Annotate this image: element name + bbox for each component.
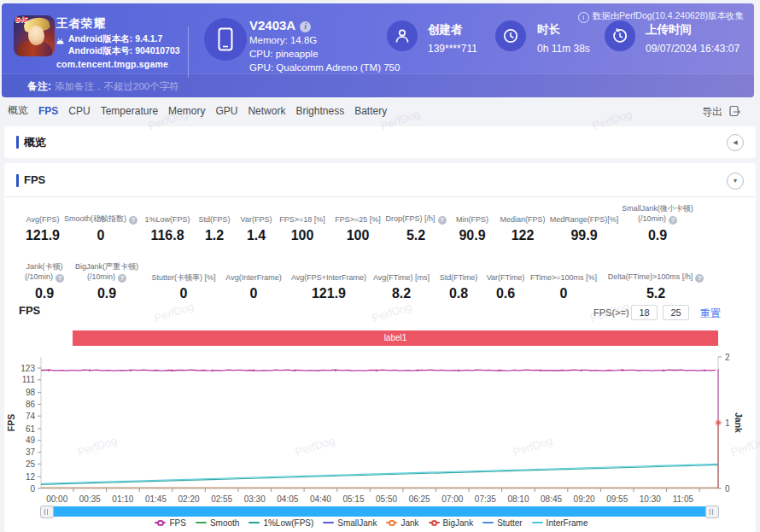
creator-value: 139****711 — [428, 43, 477, 55]
fps-chart-title: FPS — [19, 304, 40, 317]
fps-threshold-input-2[interactable] — [663, 305, 689, 320]
overview-title-bar — [16, 136, 19, 149]
tab-Battery[interactable]: Battery — [354, 105, 387, 117]
legend-line-icon — [155, 517, 166, 528]
legend-InterFrame[interactable]: InterFrame — [532, 517, 588, 528]
tab-GPU[interactable]: GPU — [215, 105, 237, 117]
svg-text:05:15: 05:15 — [342, 494, 364, 504]
legend-1%Low(FPS)[interactable]: 1%Low(FPS) — [248, 517, 313, 528]
svg-text:25: 25 — [26, 459, 36, 469]
tab-Memory[interactable]: Memory — [168, 105, 205, 117]
svg-text:123: 123 — [20, 364, 35, 373]
fps-section: FPS ▼ Avg(FPS)121.9Smooth(稳帧指数)?01%Low(F… — [4, 163, 756, 532]
upload-time-label: 上传时间 — [646, 22, 692, 38]
tab-Network[interactable]: Network — [248, 105, 285, 117]
device-cpu: CPU: pineapple — [249, 49, 319, 59]
svg-text:01:45: 01:45 — [145, 494, 167, 504]
game-app-icon: 5√5 — [14, 15, 55, 56]
stats-row-2: Jank(卡顿)(/10min)?0.9BigJank(严重卡顿)(/10min… — [4, 259, 756, 308]
collect-info: i数据由PerfDog(10.4.240628)版本收集 — [578, 10, 744, 23]
svg-text:02:20: 02:20 — [178, 494, 200, 504]
overview-title: 概览 — [24, 135, 46, 150]
legend-FPS[interactable]: FPS — [155, 517, 185, 528]
svg-text:08:45: 08:45 — [541, 494, 562, 504]
info-icon: i — [578, 12, 589, 23]
stat-value: 0.9 — [593, 228, 722, 243]
fps-threshold-input-1[interactable] — [631, 305, 658, 320]
creator-label: 创建者 — [428, 22, 463, 38]
svg-text:11:05: 11:05 — [673, 494, 694, 504]
overview-section: 概览 ◀ — [4, 126, 756, 158]
svg-text:00:35: 00:35 — [79, 494, 101, 504]
tab-FPS[interactable]: FPS — [38, 105, 58, 117]
note-label: 备注: — [27, 79, 51, 94]
android-icon — [56, 38, 65, 47]
overview-collapse-button[interactable]: ◀ — [727, 134, 744, 151]
device-info-icon[interactable]: i — [300, 21, 311, 32]
note-bar[interactable]: 备注: 添加备注，不超过200个字符 — [2, 73, 754, 97]
legend-line-icon — [248, 517, 260, 528]
svg-text:09:20: 09:20 — [574, 494, 595, 504]
svg-text:00:00: 00:00 — [46, 494, 67, 504]
svg-text:12: 12 — [26, 472, 36, 482]
svg-text:03:30: 03:30 — [244, 494, 266, 504]
legend-line-icon — [429, 517, 440, 528]
svg-text:0: 0 — [725, 484, 730, 494]
svg-text:08:10: 08:10 — [507, 494, 529, 504]
game-title: 王者荣耀 — [56, 16, 106, 32]
export-button[interactable]: 导出 — [702, 105, 722, 120]
chart-label-band: label1 — [73, 330, 718, 346]
tab-CPU[interactable]: CPU — [68, 105, 90, 117]
duration-icon — [495, 20, 526, 51]
svg-text:04:40: 04:40 — [310, 494, 331, 504]
fps-collapse-button[interactable]: ▼ — [727, 172, 744, 190]
legend-line-icon — [196, 517, 207, 528]
chart-legend: FPSSmooth1%Low(FPS)SmallJankJankBigJankS… — [4, 516, 739, 529]
device-model: V2403Ai — [249, 18, 311, 32]
svg-text:1: 1 — [725, 418, 730, 428]
svg-text:74: 74 — [26, 412, 36, 421]
reset-link[interactable]: 重置 — [700, 307, 721, 321]
game-badge: 5√5 — [15, 15, 26, 24]
android-version-name: Android版本名: 9.4.1.7 — [68, 33, 162, 45]
help-icon[interactable]: ? — [669, 216, 677, 225]
help-icon[interactable]: ? — [695, 274, 704, 283]
legend-SmallJank[interactable]: SmallJank — [323, 517, 377, 528]
svg-text:07:35: 07:35 — [475, 494, 496, 504]
android-version-code: Android版本号: 904010703 — [68, 45, 180, 57]
stat-SmallJank(微小卡顿): SmallJank(微小卡顿)(/10min)?0.9 — [593, 201, 722, 243]
fps-title: FPS — [24, 173, 45, 186]
tab-bar: 概览FPSCPUTemperatureMemoryGPUNetworkBrigh… — [0, 97, 760, 124]
tab-Brightness[interactable]: Brightness — [295, 105, 344, 117]
fps-title-bar — [16, 174, 19, 187]
header-divider — [188, 26, 189, 78]
svg-text:111: 111 — [22, 375, 36, 384]
legend-line-icon — [323, 517, 334, 528]
svg-text:01:10: 01:10 — [112, 494, 133, 504]
tab-Temperature[interactable]: Temperature — [101, 105, 158, 117]
legend-BigJank[interactable]: BigJank — [429, 517, 474, 528]
upload-time-icon — [605, 20, 635, 51]
device-memory: Memory: 14.8G — [249, 35, 317, 45]
tab-list: 概览FPSCPUTemperatureMemoryGPUNetworkBrigh… — [8, 97, 387, 124]
svg-text:FPS: FPS — [6, 414, 16, 431]
legend-Stutter[interactable]: Stutter — [482, 517, 522, 528]
device-gpu: GPU: Qualcomm Adreno (TM) 750 — [249, 62, 400, 73]
package-name: com.tencent.tmgp.sgame — [56, 59, 168, 69]
legend-Smooth[interactable]: Smooth — [196, 517, 239, 528]
tab-概览[interactable]: 概览 — [8, 103, 28, 118]
svg-text:37: 37 — [26, 447, 36, 457]
report-header: 5√5 王者荣耀 Android版本名: 9.4.1.7 Android版本号:… — [2, 3, 754, 97]
svg-text:Jank: Jank — [734, 412, 744, 433]
svg-text:02:55: 02:55 — [211, 494, 232, 504]
export-icon[interactable] — [728, 104, 741, 118]
upload-time-value: 09/07/2024 16:43:07 — [646, 43, 740, 55]
svg-text:86: 86 — [26, 400, 36, 409]
legend-Jank[interactable]: Jank — [386, 517, 418, 528]
note-placeholder: 添加备注，不超过200个字符 — [55, 80, 179, 93]
duration-label: 时长 — [537, 22, 560, 38]
svg-text:05:50: 05:50 — [376, 494, 397, 504]
fps-chart[interactable]: 0122537496174869811112301200:0000:3501:1… — [4, 347, 756, 522]
legend-line-icon — [482, 517, 494, 528]
svg-text:0: 0 — [30, 484, 35, 494]
